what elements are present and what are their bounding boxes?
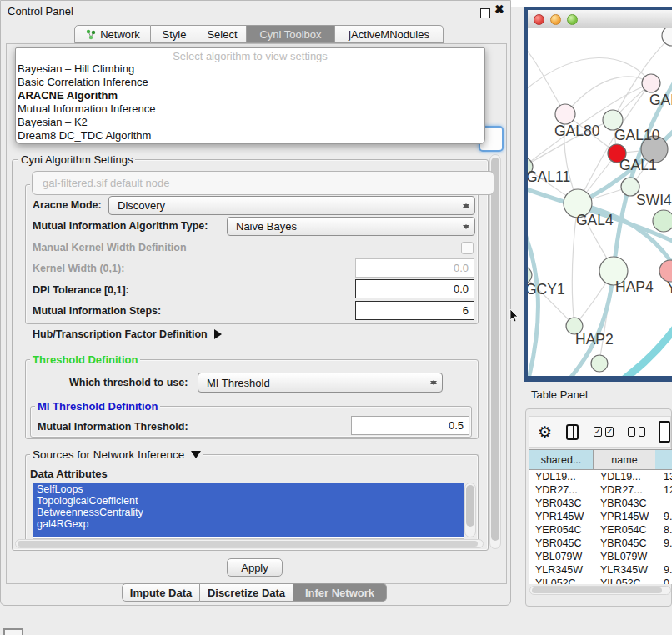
tab-network[interactable]: Network	[74, 25, 151, 43]
mi-threshold-field[interactable]: 0.5	[351, 416, 469, 435]
table-row[interactable]: YBR045C YBR045C 9.	[529, 537, 672, 550]
minimized-panel-icon[interactable]	[3, 628, 23, 635]
node-label: GAL10	[614, 127, 660, 143]
tab-infer-network[interactable]: Infer Network	[293, 583, 387, 602]
node[interactable]	[642, 74, 660, 92]
dpi-tolerance-label: DPI Tolerance [0,1]:	[33, 284, 129, 296]
attributes-scrollbar[interactable]	[464, 482, 476, 538]
cell-name: YIL052C	[600, 577, 641, 584]
unchecked-checkbox-icon[interactable]	[628, 427, 634, 437]
tab-cyni-toolbox[interactable]: Cyni Toolbox	[247, 25, 335, 43]
which-threshold-combo[interactable]: MI Threshold	[198, 372, 443, 392]
cell-shared-name: YDL19...	[535, 470, 576, 483]
scrollbar-thumb[interactable]	[466, 485, 474, 527]
menu-item-bayesian-hill-climbing[interactable]: Bayesian – Hill Climbing	[18, 62, 134, 75]
list-item[interactable]: BetweennessCentrality	[33, 507, 464, 518]
stepper-arrows-icon	[429, 377, 437, 388]
checked-checkbox-icon[interactable]: ✓	[605, 427, 614, 437]
node-labels: GAL GAL80 GAL10 GAL1 GAL11 SWI4 GAL4 GCY…	[528, 92, 672, 348]
node[interactable]	[662, 28, 672, 46]
node[interactable]	[653, 210, 672, 232]
kernel-width-field[interactable]: 0.0	[355, 258, 474, 278]
manual-kernel-checkbox[interactable]	[461, 242, 474, 254]
table-row[interactable]: YDL19... YDL19... 13	[529, 470, 672, 483]
network-window-titlebar[interactable]	[528, 10, 672, 29]
table-row-partial[interactable]: YIL052C YIL052C 0.	[529, 577, 672, 584]
network-data-combo-value: gal-filtered.sif default node	[43, 177, 169, 189]
close-traffic-light-icon[interactable]	[534, 14, 544, 25]
mi-threshold-label: Mutual Information Threshold:	[38, 421, 188, 432]
settings-vertical-scrollbar[interactable]	[489, 154, 501, 549]
table-row[interactable]: YBL079W YBL079W	[529, 550, 672, 563]
node-label: GAL4	[576, 212, 614, 228]
list-item[interactable]: TopologicalCoefficient	[33, 495, 464, 507]
document-icon[interactable]	[659, 421, 670, 442]
scrollbar-thumb[interactable]	[532, 588, 662, 593]
popup-placeholder: Select algorithm to view settings	[16, 50, 484, 62]
apply-button[interactable]: Apply	[227, 558, 283, 577]
node[interactable]	[591, 355, 608, 372]
table-row[interactable]: YER054C YER054C 8.	[529, 523, 672, 537]
cell-shared-name: YLR345W	[535, 563, 583, 577]
stepper-arrows-icon	[462, 221, 469, 232]
zoom-traffic-light-icon[interactable]	[567, 14, 578, 25]
column-header-shared-name[interactable]: shared...	[529, 449, 594, 470]
menu-item-mutual-information[interactable]: Mutual Information Inference	[18, 102, 155, 115]
tab-style[interactable]: Style	[151, 25, 198, 43]
cell-shared-name: YBL079W	[535, 550, 582, 563]
table-row[interactable]: YLR345W YLR345W 9.	[529, 563, 672, 577]
list-item[interactable]: gal4RGexp	[33, 518, 464, 530]
hub-definition-toggle[interactable]: Hub/Transcription Factor Definition	[33, 328, 227, 340]
node-gal80[interactable]	[555, 104, 575, 124]
edge-highlighted	[608, 327, 672, 376]
mouse-cursor	[509, 308, 519, 323]
sources-toggle[interactable]: Sources for Network Inference	[30, 448, 203, 463]
cell-shared-name: YBR045C	[535, 537, 582, 550]
scrollbar-thumb[interactable]	[18, 541, 478, 547]
which-threshold-value: MI Threshold	[207, 377, 270, 389]
unchecked-checkbox-icon[interactable]	[639, 427, 645, 437]
tab-select[interactable]: Select	[198, 25, 247, 43]
close-icon[interactable]: ✖	[494, 2, 504, 16]
dpi-tolerance-value: 0.0	[454, 282, 469, 295]
table-panel: ⚙ ✓ ✓ shared... name YDL19... YDL19... 1…	[525, 408, 672, 607]
table-toolbar: ⚙ ✓ ✓	[529, 416, 671, 448]
tab-discretize-data-label: Discretize Data	[208, 587, 285, 599]
menu-item-aracne[interactable]: ARACNE Algorithm	[18, 89, 118, 102]
checked-checkbox-icon[interactable]: ✓	[594, 427, 602, 437]
tab-jactivemnodules[interactable]: jActiveMNodules	[335, 25, 444, 43]
tab-discretize-data[interactable]: Discretize Data	[200, 583, 293, 602]
table-horizontal-scrollbar[interactable]	[529, 586, 671, 595]
dpi-tolerance-field[interactable]: 0.0	[355, 279, 474, 298]
columns-icon[interactable]	[566, 424, 579, 440]
menu-item-dream8[interactable]: Dream8 DC_TDC Algorithm	[18, 129, 151, 142]
table-row[interactable]: YBR043C YBR043C	[529, 497, 672, 510]
mi-steps-field[interactable]: 6	[355, 301, 474, 320]
table-row[interactable]: YDR27... YDR27... 12	[529, 483, 672, 497]
list-item[interactable]: SelfLoops	[33, 483, 464, 495]
float-window-icon[interactable]	[480, 8, 490, 18]
menu-item-bayesian-k2[interactable]: Bayesian – K2	[18, 116, 88, 128]
menu-item-basic-correlation[interactable]: Basic Correlation Inference	[18, 76, 148, 88]
chevron-right-icon	[214, 329, 227, 339]
tab-network-label: Network	[100, 28, 140, 41]
cell-name: YDL19...	[600, 470, 641, 483]
tab-impute-data[interactable]: Impute Data	[122, 583, 200, 602]
aracne-mode-combo[interactable]: Discovery	[108, 196, 475, 215]
gear-icon[interactable]: ⚙	[538, 424, 552, 440]
node-label: SWI4	[636, 192, 672, 208]
column-header-name[interactable]: name	[594, 449, 655, 470]
mi-type-combo[interactable]: Naive Bayes	[227, 217, 475, 236]
chevron-down-icon	[191, 451, 201, 463]
minimize-traffic-light-icon[interactable]	[550, 14, 561, 25]
network-data-combo-disabled: gal-filtered.sif default node	[32, 171, 494, 195]
network-canvas[interactable]: GAL GAL80 GAL10 GAL1 GAL11 SWI4 GAL4 GCY…	[528, 28, 672, 376]
scrollbar-thumb[interactable]	[491, 158, 499, 541]
data-attributes-list[interactable]: SelfLoops TopologicalCoefficient Between…	[33, 482, 464, 539]
table-row[interactable]: YPR145W YPR145W 9.	[529, 510, 672, 523]
aracne-mode-value: Discovery	[118, 199, 165, 212]
mi-steps-value: 6	[463, 304, 469, 317]
column-header-partial[interactable]	[655, 449, 672, 470]
settings-horizontal-scrollbar[interactable]	[15, 539, 484, 548]
list-item-partial[interactable]	[33, 530, 464, 537]
